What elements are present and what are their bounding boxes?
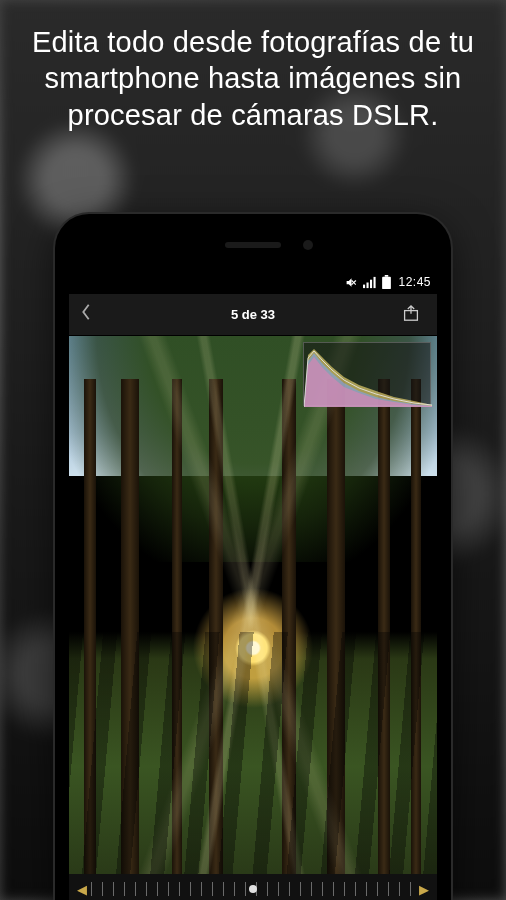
- back-button[interactable]: [79, 303, 103, 326]
- phone-screen: 12:45 5 de 33: [69, 270, 437, 900]
- photo-viewport[interactable]: [69, 336, 437, 874]
- app-header: 5 de 33: [69, 294, 437, 336]
- photo-counter: 5 de 33: [103, 307, 403, 322]
- slider-ticks[interactable]: [91, 882, 415, 896]
- android-statusbar: 12:45: [69, 270, 437, 294]
- svg-rect-2: [370, 279, 372, 287]
- svg-rect-4: [383, 277, 392, 289]
- battery-icon: [382, 275, 391, 289]
- histogram-overlay[interactable]: [303, 342, 431, 406]
- svg-rect-1: [367, 282, 369, 288]
- value-slider[interactable]: ◀ ▶: [69, 874, 437, 900]
- slider-thumb[interactable]: [249, 885, 257, 893]
- svg-rect-0: [363, 284, 365, 288]
- statusbar-time: 12:45: [398, 275, 431, 289]
- svg-rect-5: [385, 275, 389, 277]
- marketing-headline: Edita todo desde fotografías de tu smart…: [0, 0, 506, 139]
- share-button[interactable]: [403, 304, 427, 326]
- slider-decrease-icon[interactable]: ◀: [73, 882, 91, 897]
- svg-rect-3: [374, 276, 376, 287]
- photo-image: [69, 336, 437, 874]
- phone-frame: 12:45 5 de 33: [55, 214, 451, 900]
- signal-icon: [363, 276, 377, 289]
- mute-icon: [345, 276, 358, 289]
- slider-increase-icon[interactable]: ▶: [415, 882, 433, 897]
